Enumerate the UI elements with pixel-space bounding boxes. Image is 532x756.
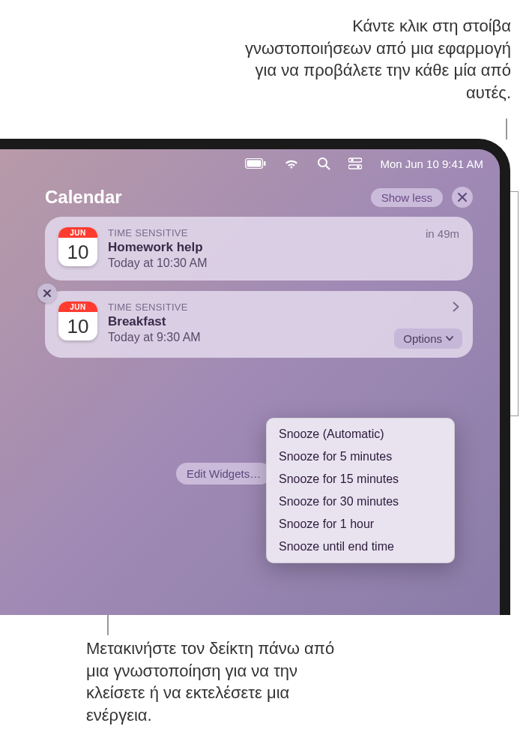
calendar-icon-month: JUN xyxy=(58,227,97,238)
options-button[interactable]: Options xyxy=(394,328,462,349)
notification-label: TIME SENSITIVE xyxy=(108,302,459,313)
svg-rect-7 xyxy=(348,165,362,169)
options-menu-item[interactable]: Snooze (Automatic) xyxy=(267,423,454,446)
svg-point-6 xyxy=(351,159,354,162)
notification-eta: in 49m xyxy=(426,227,459,240)
notification-app-title: Calendar xyxy=(45,187,362,208)
callout-line xyxy=(506,118,507,140)
options-menu-item[interactable]: Snooze for 30 minutes xyxy=(267,490,454,513)
notification-close-button[interactable] xyxy=(37,284,57,303)
menu-bar: Mon Jun 10 9:41 AM xyxy=(0,149,500,178)
svg-point-8 xyxy=(357,166,360,169)
options-menu-item[interactable]: Snooze for 1 hour xyxy=(267,513,454,536)
notification-card[interactable]: JUN 10 TIME SENSITIVE Breakfast Today at… xyxy=(45,291,473,358)
notification-when: Today at 10:30 AM xyxy=(108,256,459,270)
svg-rect-1 xyxy=(247,160,262,167)
close-icon xyxy=(457,192,468,202)
control-center-icon[interactable] xyxy=(348,158,362,170)
svg-rect-5 xyxy=(348,158,362,162)
menubar-datetime[interactable]: Mon Jun 10 9:41 AM xyxy=(380,158,483,170)
battery-icon[interactable] xyxy=(245,158,266,169)
notification-title: Homework help xyxy=(108,240,459,255)
device-screen: Mon Jun 10 9:41 AM Calendar Show less JU… xyxy=(0,139,510,615)
chevron-down-icon xyxy=(446,336,453,341)
close-icon xyxy=(43,289,52,298)
options-menu-item[interactable]: Snooze until end time xyxy=(267,536,454,558)
wifi-icon[interactable] xyxy=(284,158,299,170)
calendar-icon: JUN 10 xyxy=(58,227,97,266)
notification-title: Breakfast xyxy=(108,314,459,329)
chevron-right-icon[interactable] xyxy=(453,302,459,315)
callout-top: Κάντε κλικ στη στοίβα γνωστοποιήσεων από… xyxy=(241,15,511,104)
options-menu: Snooze (Automatic) Snooze for 5 minutes … xyxy=(266,418,455,563)
options-menu-item[interactable]: Snooze for 5 minutes xyxy=(267,446,454,468)
notification-label: TIME SENSITIVE xyxy=(108,227,459,238)
notification-header: Calendar Show less xyxy=(45,187,473,208)
options-label: Options xyxy=(403,332,442,345)
svg-line-4 xyxy=(326,166,330,170)
options-menu-item[interactable]: Snooze for 15 minutes xyxy=(267,468,454,490)
notification-card[interactable]: JUN 10 TIME SENSITIVE Homework help Toda… xyxy=(45,217,473,280)
calendar-icon: JUN 10 xyxy=(58,302,97,340)
edit-widgets-button[interactable]: Edit Widgets… xyxy=(176,463,271,484)
svg-rect-2 xyxy=(264,161,266,166)
search-icon[interactable] xyxy=(317,157,330,170)
callout-bottom: Μετακινήστε τον δείκτη πάνω από μια γνωσ… xyxy=(86,638,356,727)
calendar-icon-day: 10 xyxy=(58,312,97,340)
calendar-icon-month: JUN xyxy=(58,302,97,312)
close-all-button[interactable] xyxy=(452,187,473,208)
show-less-button[interactable]: Show less xyxy=(371,188,443,207)
calendar-icon-day: 10 xyxy=(58,238,97,266)
